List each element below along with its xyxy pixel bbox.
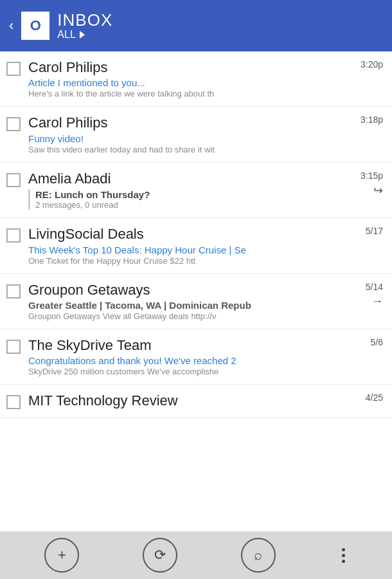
email-sender: MIT Technology Review bbox=[28, 392, 361, 409]
reply-icon: ↩ bbox=[373, 183, 383, 198]
email-meta: 3:18p bbox=[361, 115, 383, 125]
bottom-toolbar: + ⟳ ⌕ bbox=[0, 531, 392, 579]
header: ‹ O INBOX ALL bbox=[0, 0, 392, 51]
email-sender: Carol Philips bbox=[28, 59, 355, 76]
email-subject: Funny video! bbox=[28, 133, 355, 144]
new-email-button[interactable]: + bbox=[44, 538, 79, 573]
checkbox-area bbox=[6, 284, 21, 299]
email-subject: Greater Seattle | Tacoma, WA | Dominican… bbox=[28, 300, 361, 311]
email-meta: 3:20p bbox=[361, 59, 383, 69]
email-list: Carol PhilipsArticle I mentioned to you.… bbox=[0, 51, 392, 531]
email-item[interactable]: MIT Technology Review4/25 bbox=[0, 385, 392, 418]
email-checkbox[interactable] bbox=[6, 340, 21, 354]
back-icon[interactable]: ‹ bbox=[9, 17, 13, 34]
email-meta: 3:15p↩ bbox=[361, 170, 383, 198]
email-item[interactable]: Carol PhilipsArticle I mentioned to you.… bbox=[0, 51, 392, 107]
email-item[interactable]: LivingSocial DealsThis Week's Top 10 Dea… bbox=[0, 218, 392, 273]
email-content: LivingSocial DealsThis Week's Top 10 Dea… bbox=[28, 226, 361, 265]
search-button[interactable]: ⌕ bbox=[241, 538, 276, 573]
thread-subject: RE: Lunch on Thursday? bbox=[35, 189, 355, 200]
sync-icon: ⟳ bbox=[154, 547, 166, 564]
inbox-subtitle: ALL bbox=[57, 29, 112, 41]
email-meta: 5/6 bbox=[371, 337, 383, 347]
email-preview: Here's a link to the article we were tal… bbox=[28, 89, 355, 98]
email-preview: SkyDrive 250 million customers We've acc… bbox=[28, 367, 366, 376]
email-time: 4/25 bbox=[366, 392, 383, 403]
dropdown-icon[interactable] bbox=[80, 31, 85, 39]
checkbox-area bbox=[6, 117, 21, 131]
email-content: Amelia AbadiRE: Lunch on Thursday?2 mess… bbox=[28, 170, 355, 210]
email-content: Groupon GetawaysGreater Seattle | Tacoma… bbox=[28, 282, 361, 321]
email-time: 5/14 bbox=[366, 282, 383, 292]
search-icon: ⌕ bbox=[254, 547, 262, 564]
email-sender: The SkyDrive Team bbox=[28, 337, 366, 354]
email-time: 3:20p bbox=[361, 59, 383, 69]
email-item[interactable]: The SkyDrive TeamCongratulations and tha… bbox=[0, 329, 392, 385]
checkbox-area bbox=[6, 340, 21, 354]
email-time: 5/6 bbox=[371, 337, 383, 347]
checkbox-area bbox=[6, 395, 21, 409]
email-time: 5/17 bbox=[366, 226, 383, 236]
inbox-title: INBOX bbox=[57, 11, 112, 30]
email-preview: Groupon Getaways View all Getaway deals … bbox=[28, 311, 361, 321]
more-dot-1 bbox=[342, 548, 345, 551]
email-meta: 4/25 bbox=[366, 392, 383, 403]
email-item[interactable]: Amelia AbadiRE: Lunch on Thursday?2 mess… bbox=[0, 163, 392, 218]
email-content: MIT Technology Review bbox=[28, 392, 361, 409]
checkbox-area bbox=[6, 173, 21, 187]
email-sender: Carol Philips bbox=[28, 115, 355, 131]
thread-count: 2 messages, 0 unread bbox=[35, 200, 355, 210]
email-subject: This Week's Top 10 Deals: Happy Hour Cru… bbox=[28, 244, 361, 255]
sync-button[interactable]: ⟳ bbox=[143, 538, 177, 573]
email-subject: Article I mentioned to you... bbox=[28, 77, 355, 88]
email-item[interactable]: Groupon GetawaysGreater Seattle | Tacoma… bbox=[0, 274, 392, 329]
checkbox-area bbox=[6, 62, 21, 76]
email-preview: Saw this video earlier today and had to … bbox=[28, 145, 355, 154]
email-checkbox[interactable] bbox=[6, 228, 21, 243]
email-preview: One Ticket for the Happy Hour Cruise $22… bbox=[28, 256, 361, 266]
email-time: 3:15p bbox=[361, 170, 383, 181]
header-text: INBOX ALL bbox=[57, 11, 112, 41]
email-subject: Congratulations and thank you! We've rea… bbox=[28, 355, 366, 366]
email-sender: LivingSocial Deals bbox=[28, 226, 361, 243]
inbox-subtitle-text: ALL bbox=[57, 29, 75, 41]
outlook-logo: O bbox=[21, 12, 49, 40]
new-email-icon: + bbox=[58, 547, 66, 564]
more-button[interactable] bbox=[339, 546, 348, 565]
email-checkbox[interactable] bbox=[6, 173, 21, 187]
email-checkbox[interactable] bbox=[6, 395, 21, 409]
forward-icon: → bbox=[371, 295, 383, 308]
email-content: The SkyDrive TeamCongratulations and tha… bbox=[28, 337, 366, 376]
email-checkbox[interactable] bbox=[6, 284, 21, 299]
more-dot-2 bbox=[342, 554, 345, 557]
more-dot-3 bbox=[342, 560, 345, 563]
email-time: 3:18p bbox=[361, 115, 383, 125]
email-checkbox[interactable] bbox=[6, 62, 21, 76]
outlook-logo-text: O bbox=[30, 17, 41, 34]
email-checkbox[interactable] bbox=[6, 117, 21, 131]
checkbox-area bbox=[6, 228, 21, 243]
email-sender: Groupon Getaways bbox=[28, 282, 361, 299]
email-sender: Amelia Abadi bbox=[28, 170, 355, 187]
email-content: Carol PhilipsFunny video!Saw this video … bbox=[28, 115, 355, 154]
email-meta: 5/17 bbox=[366, 226, 383, 236]
email-content: Carol PhilipsArticle I mentioned to you.… bbox=[28, 59, 355, 98]
email-item[interactable]: Carol PhilipsFunny video!Saw this video … bbox=[0, 107, 392, 162]
email-thread-info: RE: Lunch on Thursday?2 messages, 0 unre… bbox=[28, 189, 355, 210]
email-meta: 5/14→ bbox=[366, 282, 383, 308]
